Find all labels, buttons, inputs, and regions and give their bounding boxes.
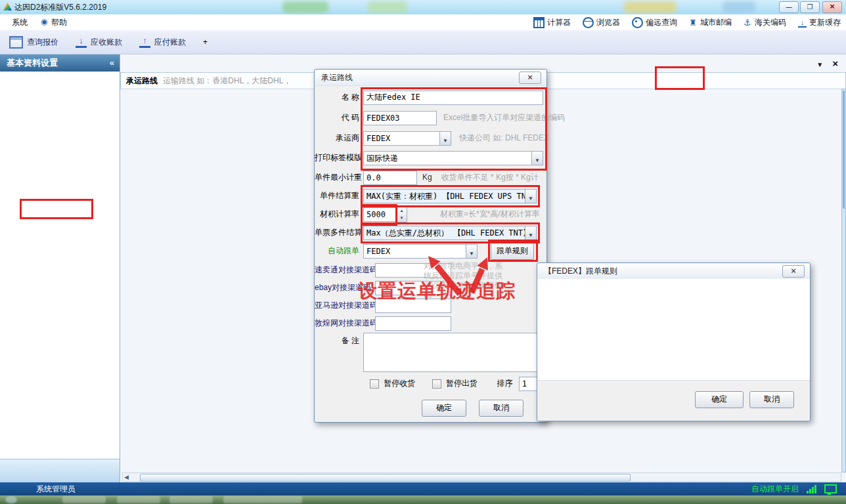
tool-browser[interactable]: 浏览器 bbox=[583, 17, 620, 28]
anchor-icon bbox=[744, 18, 752, 27]
amazon-channel-input[interactable] bbox=[375, 299, 451, 313]
chevron-down-icon[interactable] bbox=[531, 152, 543, 165]
vertical-scroll-thumb[interactable] bbox=[843, 91, 845, 209]
quickbar-receivable[interactable]: 应收账款 bbox=[76, 36, 122, 48]
label-template-dropdown[interactable]: 国际快递 bbox=[363, 151, 543, 165]
refresh-cache-icon bbox=[798, 18, 807, 28]
window-title: 达因D2标准版V5.6.2.2019 bbox=[14, 2, 106, 13]
horizontal-scroll-thumb[interactable] bbox=[140, 474, 631, 482]
chevron-down-icon[interactable] bbox=[466, 245, 477, 258]
amazon-channel-label: 亚马逊对接渠道码 bbox=[315, 297, 371, 313]
browser-icon bbox=[583, 17, 594, 28]
name-label: 名 称 bbox=[315, 89, 359, 105]
taskbar-button[interactable] bbox=[62, 496, 106, 503]
taskbar-button[interactable] bbox=[223, 496, 302, 503]
multi-calc-dropdown[interactable]: Max（总实重/总材积） 【DHL FEDEX TNT】 bbox=[363, 226, 537, 240]
logged-in-user: 系统管理员 bbox=[36, 482, 76, 495]
code-hint: Excel批量导入订单对应渠道的编码 bbox=[443, 113, 565, 122]
close-icon[interactable] bbox=[782, 265, 805, 278]
close-icon[interactable] bbox=[519, 72, 541, 84]
rule-dialog-title: 【FEDEX】跟单规则 bbox=[537, 263, 810, 280]
menu-system[interactable]: 系统 bbox=[12, 17, 28, 28]
horizontal-scrollbar[interactable]: ◀ bbox=[122, 472, 841, 482]
sidebar-collapse-icon[interactable]: « bbox=[110, 54, 114, 72]
network-monitor-icon bbox=[824, 484, 837, 494]
menu-bar: 系统 ◉ 帮助 计算器浏览器偏远查询城市邮编海关编码更新缓存 bbox=[0, 14, 846, 31]
tab-list-dropdown-icon[interactable] bbox=[816, 60, 823, 69]
template-value: 国际快递 bbox=[364, 152, 531, 165]
scroll-left-icon[interactable]: ◀ bbox=[124, 474, 129, 481]
sort-label: 排序 bbox=[497, 379, 512, 388]
tool-location[interactable]: 偏远查询 bbox=[632, 17, 677, 28]
vertical-scrollbar[interactable] bbox=[841, 89, 846, 472]
quote-icon bbox=[9, 36, 23, 49]
unit-calc-label: 单件结算重 bbox=[315, 188, 359, 203]
minimize-button[interactable] bbox=[779, 1, 799, 13]
carrier-dropdown[interactable]: FEDEX bbox=[363, 131, 451, 146]
route-dialog-title: 承运路线 bbox=[315, 70, 546, 86]
pause-receive-label: 暂停收货 bbox=[384, 379, 415, 388]
tool-label: 偏远查询 bbox=[646, 17, 677, 28]
menu-help[interactable]: 帮助 bbox=[51, 17, 67, 28]
ebay-channel-label: ebay对接渠道码 bbox=[315, 280, 371, 295]
taskbar-button[interactable] bbox=[117, 496, 160, 503]
chevron-down-icon[interactable] bbox=[439, 132, 451, 145]
sidebar-tree bbox=[0, 73, 120, 394]
tool-label: 浏览器 bbox=[596, 17, 620, 28]
quickbar-quote[interactable]: 查询报价 bbox=[9, 36, 58, 49]
tool-label: 城市邮编 bbox=[700, 17, 732, 28]
quickbar-payable[interactable]: 应付账款 bbox=[139, 36, 186, 48]
chevron-down-icon[interactable] bbox=[525, 226, 536, 240]
taskbar-button[interactable] bbox=[169, 496, 213, 503]
tool-city[interactable]: 城市邮编 bbox=[689, 17, 732, 28]
infobar-hint: 运输路线 如：香港DHL，大陆DHL， bbox=[163, 75, 291, 87]
cancel-button[interactable]: 取消 bbox=[479, 400, 523, 417]
follow-rule-button[interactable]: 跟单规则 bbox=[491, 243, 534, 260]
auto-follow-value: FEDEX bbox=[364, 245, 466, 258]
desktop-blur-decoration bbox=[368, 1, 407, 13]
min-weight-input[interactable] bbox=[363, 171, 417, 185]
pause-receive-checkbox[interactable] bbox=[370, 379, 379, 388]
route-dialog: 承运路线 名 称 代 码Excel批量导入订单对应渠道的编码 承运商FEDEX快… bbox=[314, 69, 547, 423]
calculator-icon bbox=[533, 17, 545, 28]
quick-toolbar: 查询报价应收账款应付账款+ bbox=[0, 30, 846, 54]
add-tab-button[interactable]: + bbox=[203, 37, 208, 47]
cancel-button[interactable]: 取消 bbox=[749, 391, 794, 408]
carrier-label: 承运商 bbox=[315, 130, 359, 146]
tool-anchor[interactable]: 海关编码 bbox=[744, 17, 786, 28]
auto-follow-dropdown[interactable]: FEDEX bbox=[363, 244, 478, 259]
unit-calc-value: MAX(实重：材积重) 【DHL FEDEX UPS TNT】 bbox=[364, 190, 525, 203]
rule-dialog-footer: 确定 取消 bbox=[537, 381, 810, 420]
infobar-title: 承运路线 bbox=[126, 75, 158, 87]
volume-rate-input[interactable] bbox=[363, 207, 396, 222]
sidebar-header: 基本资料设置 « bbox=[0, 54, 120, 72]
tool-calculator[interactable]: 计算器 bbox=[533, 17, 571, 28]
route-name-input[interactable] bbox=[363, 91, 543, 105]
tab-close-icon[interactable] bbox=[832, 60, 838, 69]
tool-label: 海关编码 bbox=[755, 17, 786, 28]
signal-bars-icon bbox=[807, 485, 816, 494]
label-template: 打印标签模版 bbox=[315, 150, 359, 165]
tool-refresh-cache[interactable]: 更新缓存 bbox=[798, 17, 841, 28]
ok-button[interactable]: 确定 bbox=[422, 400, 466, 417]
start-orb[interactable] bbox=[5, 496, 17, 503]
payable-icon bbox=[139, 36, 150, 48]
restore-button[interactable] bbox=[800, 1, 820, 13]
chevron-down-icon[interactable] bbox=[525, 190, 536, 203]
unit-calc-dropdown[interactable]: MAX(实重：材积重) 【DHL FEDEX UPS TNT】 bbox=[363, 189, 537, 203]
dhgate-channel-input[interactable] bbox=[375, 316, 451, 331]
status-right: 自动跟单开启 bbox=[751, 482, 837, 495]
location-icon bbox=[632, 17, 643, 28]
remark-textarea[interactable] bbox=[363, 333, 543, 372]
channel-hint: 对接跨境电商平台，系统反馈追踪单号并提供跟踪查询需要的渠道编码 bbox=[424, 261, 506, 301]
tool-label: 计算器 bbox=[547, 17, 571, 28]
volume-rate-stepper[interactable]: ▲▼ bbox=[396, 207, 407, 222]
pause-ship-checkbox[interactable] bbox=[432, 379, 441, 388]
ok-button[interactable]: 确定 bbox=[695, 391, 744, 408]
title-bar: 达因D2标准版V5.6.2.2019 bbox=[0, 0, 846, 15]
route-code-input[interactable] bbox=[363, 111, 437, 125]
follow-rule-dialog: 【FEDEX】跟单规则 确定 取消 bbox=[537, 262, 811, 421]
quickbar-label: 应收账款 bbox=[91, 37, 122, 48]
pause-ship-label: 暂停出货 bbox=[446, 379, 478, 388]
close-button[interactable] bbox=[822, 1, 842, 13]
